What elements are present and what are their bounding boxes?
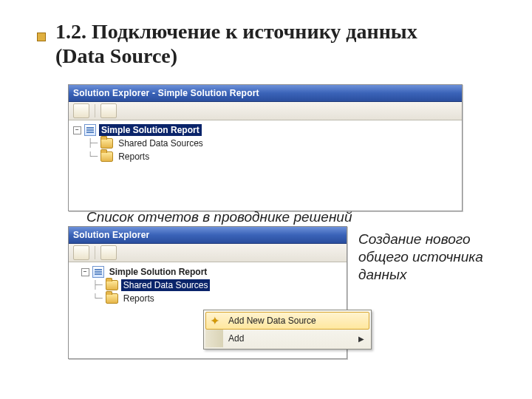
properties-icon[interactable] [100,245,117,260]
panel2-toolbar [69,244,347,262]
solution-explorer-panel-1: Solution Explorer - Simple Solution Repo… [68,84,463,211]
folder-icon [100,138,113,149]
collapse-icon[interactable]: − [73,126,81,134]
solution-explorer-panel-2: Solution Explorer − Simple Solution Repo… [68,226,347,359]
reports-label: Reports [116,151,151,163]
tree-child-row[interactable]: └─ Reports [73,150,457,163]
project-icon [84,124,96,136]
menu-add[interactable]: Add ▶ [205,330,369,347]
add-new-icon: ✦ [209,315,221,327]
toolbar-separator [95,104,95,117]
toolbar-separator [95,246,95,259]
tree-guide: └─ [73,150,98,163]
panel1-caption: Список отчетов в проводнике решений [86,209,453,225]
properties-icon[interactable] [100,103,117,118]
slide: 1.2. Подключение к источнику данных (Dat… [0,0,532,399]
tree-child-row[interactable]: └─ Reports [73,292,342,305]
tree-root-row[interactable]: − Simple Solution Report [73,265,342,279]
project-icon [92,266,104,278]
panel1-toolbar [69,102,462,120]
tree-root-row[interactable]: − Simple Solution Report [73,123,457,137]
panel2-titlebar[interactable]: Solution Explorer [69,227,347,244]
panel2-tree: − Simple Solution Report ├─ Shared Data … [69,262,347,310]
menu-item-label: Add [228,333,244,344]
panel1-title-text: Solution Explorer - Simple Solution Repo… [73,88,259,98]
tree-root-label: Simple Solution Report [99,124,202,136]
refresh-icon[interactable] [73,245,89,260]
tree-guide [73,265,78,279]
collapse-icon[interactable]: − [81,268,89,276]
tree-guide: ├─ [73,137,98,150]
heading-bullet [37,33,46,41]
panel2-title-text: Solution Explorer [73,230,149,240]
tree-guide: └─ [73,292,103,305]
submenu-arrow-icon: ▶ [358,335,364,343]
shared-data-sources-label: Shared Data Sources [116,137,205,149]
shared-data-sources-label: Shared Data Sources [121,279,211,291]
refresh-icon[interactable] [73,103,89,118]
tree-child-row[interactable]: ├─ Shared Data Sources [73,279,342,292]
menu-add-new-data-source[interactable]: ✦ Add New Data Source [205,312,369,330]
reports-label: Reports [121,293,157,304]
tree-guide: ├─ [73,279,103,292]
folder-icon [106,293,118,304]
panel1-tree: − Simple Solution Report ├─ Shared Data … [69,120,462,168]
context-menu: ✦ Add New Data Source Add ▶ [203,310,372,349]
panel2-caption: Создание нового общего источника данных [358,231,495,283]
tree-root-label: Simple Solution Report [107,266,210,278]
menu-item-label: Add New Data Source [228,316,316,326]
folder-icon [106,280,118,290]
slide-heading: 1.2. Подключение к источнику данных (Dat… [55,19,469,68]
panel1-titlebar[interactable]: Solution Explorer - Simple Solution Repo… [69,85,462,102]
tree-child-row[interactable]: ├─ Shared Data Sources [73,137,457,150]
folder-icon [100,151,113,162]
